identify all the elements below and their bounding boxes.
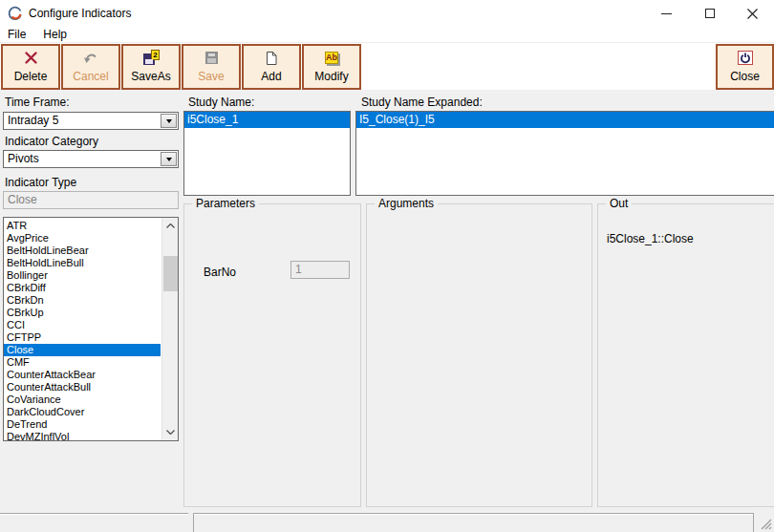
- save-as-icon: 2: [143, 50, 159, 66]
- cancel-button-label: Cancel: [73, 70, 108, 83]
- saveas-button[interactable]: 2 SaveAs: [121, 44, 181, 90]
- scrollbar-thumb[interactable]: [163, 256, 178, 291]
- indicator-category-combobox[interactable]: Pivots: [3, 150, 179, 168]
- close-button[interactable]: Close: [716, 44, 774, 90]
- list-item[interactable]: CFTPP: [4, 331, 178, 344]
- cancel-button[interactable]: Cancel: [61, 44, 120, 90]
- indicator-type-field[interactable]: Close: [3, 191, 179, 209]
- modify-ab-icon: Ab: [325, 50, 338, 66]
- window-close-button[interactable]: [731, 0, 774, 27]
- out-value: i5Close_1::Close: [607, 232, 694, 245]
- indicator-category-label: Indicator Category: [5, 135, 98, 148]
- study-name-label: Study Name:: [188, 96, 254, 109]
- list-item[interactable]: Bollinger: [4, 269, 178, 282]
- toolbar: Delete Cancel 2 SaveAs Save: [0, 42, 774, 90]
- chevron-down-icon: [166, 119, 172, 123]
- barno-label: BarNo: [204, 266, 236, 279]
- status-panel-left: [0, 513, 188, 532]
- indicator-category-value: Pivots: [8, 152, 39, 165]
- delete-button-label: Delete: [14, 70, 48, 83]
- arguments-group-title: Arguments: [375, 197, 438, 210]
- menu-file[interactable]: File: [0, 28, 34, 41]
- modify-button[interactable]: Ab Modify: [302, 44, 361, 90]
- close-button-label: Close: [730, 70, 760, 83]
- scroll-down-icon[interactable]: [162, 424, 179, 440]
- saveas-button-label: SaveAs: [131, 70, 170, 83]
- undo-arrow-icon: [83, 50, 98, 66]
- out-group-title: Out: [606, 197, 632, 210]
- out-group: Out i5Close_1::Close: [597, 203, 774, 507]
- minimize-icon: [661, 13, 672, 14]
- scroll-up-icon[interactable]: [162, 218, 179, 234]
- study-name-expanded-item-selected[interactable]: I5_Close(1)_I5: [356, 112, 774, 128]
- study-name-expanded-label: Study Name Expanded:: [361, 96, 483, 109]
- menu-bar: File Help: [0, 27, 774, 42]
- study-name-expanded-listbox: I5_Close(1)_I5: [355, 111, 774, 196]
- close-x-icon: [747, 9, 758, 19]
- maximize-button[interactable]: [688, 0, 731, 27]
- maximize-icon: [705, 9, 715, 18]
- save-icon: [205, 50, 218, 66]
- time-frame-value: Intraday 5: [8, 114, 58, 127]
- list-item[interactable]: DeTrend: [4, 418, 178, 431]
- list-item[interactable]: CBrkDn: [4, 294, 178, 307]
- parameters-group: Parameters BarNo 1: [183, 203, 361, 507]
- list-item[interactable]: CMF: [4, 356, 178, 369]
- save-button[interactable]: Save: [182, 44, 241, 90]
- title-bar: Configure Indicators: [0, 0, 774, 27]
- list-item[interactable]: BeltHoldLineBull: [4, 257, 178, 269]
- new-document-icon: [265, 50, 278, 66]
- list-item-selected[interactable]: Close: [4, 344, 161, 356]
- indicator-listbox: ATR AvgPrice BeltHoldLineBear BeltHoldLi…: [3, 217, 179, 441]
- indicator-category-dropdown-button[interactable]: [161, 152, 177, 166]
- arguments-group: Arguments: [366, 203, 592, 507]
- chevron-down-icon: [166, 158, 172, 161]
- app-logo-icon: [8, 6, 23, 21]
- window-title: Configure Indicators: [29, 7, 131, 20]
- parameters-group-title: Parameters: [192, 197, 259, 210]
- list-item[interactable]: DarkCloudCover: [4, 406, 178, 418]
- menu-help[interactable]: Help: [34, 28, 75, 41]
- list-item[interactable]: DevMZInflVol: [4, 431, 178, 441]
- configure-indicators-window: Configure Indicators File Help Delete: [0, 0, 774, 532]
- save-button-label: Save: [198, 70, 224, 83]
- vertical-scrollbar[interactable]: [161, 218, 178, 440]
- delete-button[interactable]: Delete: [1, 44, 60, 90]
- list-item[interactable]: CoVariance: [4, 394, 178, 406]
- delete-x-icon: [24, 50, 38, 66]
- barno-field[interactable]: 1: [290, 261, 350, 279]
- list-item[interactable]: CBrkUp: [4, 307, 178, 319]
- list-item[interactable]: BeltHoldLineBear: [4, 245, 178, 257]
- indicator-type-label: Indicator Type: [5, 176, 76, 189]
- power-icon: [738, 50, 753, 66]
- list-item[interactable]: CBrkDiff: [4, 282, 178, 294]
- study-name-listbox: i5Close_1: [183, 111, 351, 196]
- time-frame-label: Time Frame:: [5, 96, 70, 109]
- status-panel-right: [193, 513, 754, 532]
- list-item[interactable]: CounterAttackBear: [4, 369, 178, 381]
- list-item[interactable]: CounterAttackBull: [4, 381, 178, 394]
- minimize-button[interactable]: [645, 0, 688, 27]
- modify-button-label: Modify: [314, 70, 348, 83]
- time-frame-combobox[interactable]: Intraday 5: [3, 112, 179, 130]
- list-item[interactable]: CCI: [4, 319, 178, 331]
- list-item[interactable]: AvgPrice: [4, 232, 178, 245]
- resize-grip-icon[interactable]: [760, 518, 772, 530]
- study-name-item-selected[interactable]: i5Close_1: [184, 112, 350, 128]
- list-item[interactable]: ATR: [4, 220, 178, 232]
- status-bar: [0, 513, 774, 532]
- add-button-label: Add: [261, 70, 281, 83]
- time-frame-dropdown-button[interactable]: [161, 114, 177, 128]
- add-button[interactable]: Add: [242, 44, 301, 90]
